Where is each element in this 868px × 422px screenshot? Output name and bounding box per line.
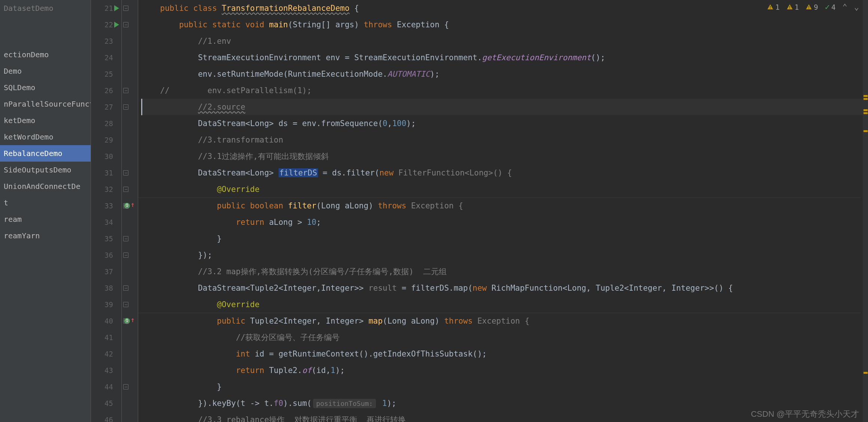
line-number[interactable]: 24 — [91, 49, 121, 66]
stripe-warning-mark[interactable] — [864, 95, 868, 97]
project-item[interactable]: SideOutputsDemo — [0, 162, 91, 178]
run-gutter-icon[interactable] — [114, 22, 119, 28]
project-item[interactable]: ketDemo — [0, 112, 91, 129]
fold-icon[interactable] — [123, 302, 128, 307]
project-item[interactable] — [0, 16, 91, 22]
line-number[interactable]: 36 — [91, 247, 121, 263]
code-line[interactable]: @Override — [141, 181, 863, 198]
code-line[interactable]: int id = getRuntimeContext().getIndexOfT… — [141, 346, 863, 362]
line-number[interactable]: 22 — [91, 16, 121, 33]
inspection-ok[interactable]: ✓4 — [825, 2, 836, 12]
fold-icon[interactable] — [123, 384, 128, 389]
code-line[interactable]: } — [141, 379, 863, 395]
fold-icon[interactable] — [123, 187, 128, 192]
code-line[interactable]: DataStream<Long> ds = env.fromSequence(0… — [141, 115, 863, 132]
line-number[interactable]: 33 — [91, 198, 121, 214]
code-line[interactable]: //获取分区编号、子任务编号 — [141, 329, 863, 346]
code-line[interactable]: //3.transformation — [141, 132, 863, 148]
code-area[interactable]: public class TransformationRebalanceDemo… — [138, 0, 863, 422]
line-number[interactable]: 46 — [91, 412, 121, 422]
line-number[interactable]: 26 — [91, 82, 121, 99]
project-item[interactable]: ketWordDemo — [0, 129, 91, 145]
line-number[interactable]: 41 — [91, 329, 121, 346]
line-number[interactable]: 31 — [91, 165, 121, 181]
line-number[interactable]: 39 — [91, 296, 121, 313]
fold-icon[interactable] — [123, 318, 128, 324]
line-number[interactable]: 37 — [91, 263, 121, 280]
fold-icon[interactable] — [123, 203, 128, 208]
code-line[interactable]: }).keyBy(t -> t.f0).sum(positionToSum: 1… — [141, 395, 863, 412]
line-number[interactable]: 40 — [91, 313, 121, 329]
project-item[interactable]: t — [0, 195, 91, 211]
project-item[interactable]: DatasetDemo — [0, 0, 91, 16]
fold-icon[interactable] — [123, 236, 128, 241]
code-line[interactable]: public boolean filter(Long aLong) throws… — [141, 198, 863, 214]
code-line[interactable]: //3.3 rebalance操作 对数据进行重平衡 再进行转换 — [141, 412, 863, 422]
line-number[interactable]: 34 — [91, 214, 121, 230]
project-item[interactable] — [0, 28, 91, 34]
project-item[interactable]: UnionAndConnectDe — [0, 178, 91, 195]
line-number[interactable]: 43 — [91, 362, 121, 379]
line-number[interactable]: 30 — [91, 148, 121, 165]
line-number[interactable]: 32 — [91, 181, 121, 198]
code-line[interactable]: //2.source — [141, 99, 863, 115]
project-item[interactable]: SQLDemo — [0, 79, 91, 96]
stripe-warning-mark[interactable] — [864, 98, 868, 100]
run-gutter-icon[interactable] — [114, 5, 119, 11]
stripe-warning-mark[interactable] — [864, 112, 868, 114]
line-number[interactable]: 23 — [91, 33, 121, 49]
chevron-up-icon[interactable]: ⌃ — [843, 2, 847, 12]
error-stripe[interactable] — [863, 0, 868, 422]
project-item[interactable]: nParallelSourceFuncti — [0, 96, 91, 112]
code-line[interactable]: // env.setParallelism(1); — [141, 82, 863, 99]
project-item[interactable] — [0, 34, 91, 40]
stripe-warning-mark[interactable] — [864, 109, 868, 111]
code-line[interactable]: DataStream<Long> filterDS = ds.filter(ne… — [141, 165, 863, 181]
code-line[interactable]: }); — [141, 247, 863, 263]
project-item[interactable]: Demo — [0, 63, 91, 79]
project-item[interactable] — [0, 22, 91, 28]
fold-icon[interactable] — [123, 285, 128, 291]
fold-icon[interactable] — [123, 22, 128, 27]
project-item[interactable]: ectionDemo — [0, 46, 91, 63]
code-line[interactable]: @Override — [141, 296, 863, 313]
code-line[interactable]: public static void main(String[] args) t… — [141, 16, 863, 33]
code-line[interactable]: public Tuple2<Integer, Integer> map(Long… — [141, 313, 863, 329]
line-number[interactable]: 45 — [91, 395, 121, 412]
inspection-widget[interactable]: 119✓4⌃ ⌄ — [767, 2, 859, 12]
code-line[interactable]: StreamExecutionEnvironment env = StreamE… — [141, 49, 863, 66]
line-number[interactable]: 28 — [91, 115, 121, 132]
line-number[interactable]: 21 — [91, 0, 121, 16]
project-item[interactable]: RebalanceDemo — [0, 145, 91, 162]
code-line[interactable]: DataStream<Tuple2<Integer,Integer>> resu… — [141, 280, 863, 296]
line-number[interactable]: 25 — [91, 66, 121, 82]
code-line[interactable]: return aLong > 10; — [141, 214, 863, 230]
inspection-warning[interactable]: 1 — [767, 3, 779, 11]
line-number[interactable]: 35 — [91, 230, 121, 247]
code-line[interactable]: public class TransformationRebalanceDemo… — [141, 0, 863, 16]
line-number[interactable]: 27 — [91, 99, 121, 115]
project-item[interactable]: ream — [0, 211, 91, 227]
project-item[interactable]: reamYarn — [0, 227, 91, 244]
code-line[interactable]: env.setRuntimeMode(RuntimeExecutionMode.… — [141, 66, 863, 82]
fold-icon[interactable] — [123, 104, 128, 110]
inspection-warning[interactable]: 1 — [786, 3, 799, 11]
stripe-warning-mark[interactable] — [864, 130, 868, 132]
fold-icon[interactable] — [123, 6, 128, 11]
code-line[interactable]: //1.env — [141, 33, 863, 49]
fold-icon[interactable] — [123, 170, 128, 175]
code-line[interactable]: //3.2 map操作,将数据转换为(分区编号/子任务编号,数据) 二元组 — [141, 263, 863, 280]
line-number[interactable]: 38 — [91, 280, 121, 296]
code-line[interactable]: //3.1过滤操作,有可能出现数据倾斜 — [141, 148, 863, 165]
line-number[interactable]: 29 — [91, 132, 121, 148]
line-number[interactable]: 42 — [91, 346, 121, 362]
project-panel[interactable]: DatasetDemoectionDemoDemoSQLDemonParalle… — [0, 0, 91, 422]
fold-icon[interactable] — [123, 88, 128, 93]
stripe-warning-mark[interactable] — [864, 372, 868, 374]
fold-icon[interactable] — [123, 253, 128, 258]
code-line[interactable]: } — [141, 230, 863, 247]
project-item[interactable] — [0, 40, 91, 46]
chevron-down-icon[interactable]: ⌄ — [854, 2, 859, 12]
line-number[interactable]: 44 — [91, 379, 121, 395]
code-line[interactable]: return Tuple2.of(id,1); — [141, 362, 863, 379]
